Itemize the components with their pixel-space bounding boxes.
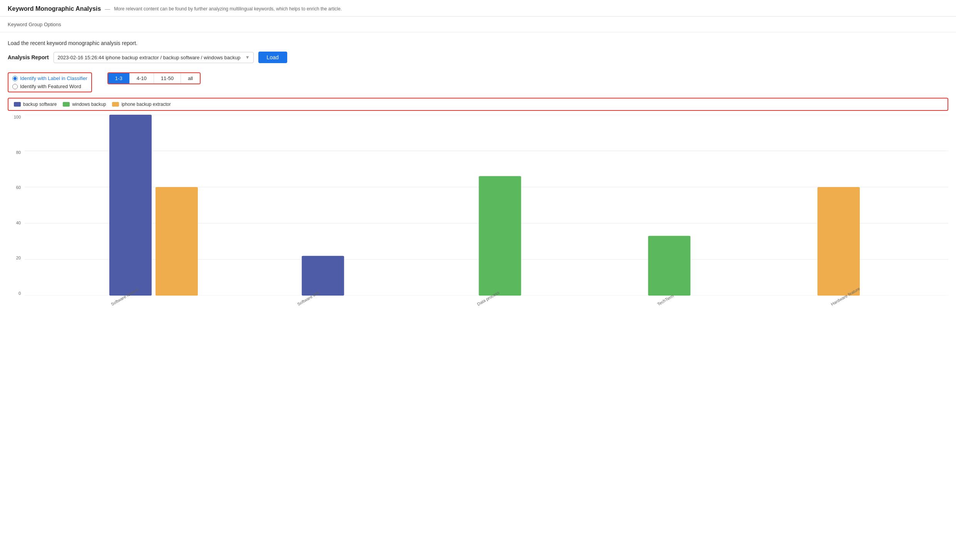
chart-area: 100 80 60 40 20 0 <box>0 115 956 315</box>
controls-area: Identify with Label in Classifier Identi… <box>0 67 956 98</box>
header-description: More relevant content can be found by fu… <box>114 6 342 12</box>
y-label-20: 20 <box>8 256 23 260</box>
bar-software-info-backup <box>302 256 344 296</box>
y-label-40: 40 <box>8 221 23 225</box>
radio-featured[interactable]: Identify with Featured Word <box>12 84 87 89</box>
load-button[interactable]: Load <box>258 52 287 63</box>
legend-swatch-backup-software <box>14 102 21 107</box>
y-label-100: 100 <box>8 115 23 119</box>
legend-item-backup-software: backup software <box>14 102 57 107</box>
bar-software-feature-backup <box>109 115 152 296</box>
legend-item-windows-backup: windows backup <box>63 102 106 107</box>
radio-group: Identify with Label in Classifier Identi… <box>12 75 87 89</box>
legend-item-iphone-extractor: iphone backup extractor <box>112 102 171 107</box>
legend-box: backup software windows backup iphone ba… <box>8 98 948 111</box>
load-title: Load the recent keyword monographic anal… <box>8 40 948 46</box>
tab-4-10[interactable]: 4-10 <box>130 73 154 84</box>
radio-classify-label: Identify with Label in Classifier <box>20 75 87 81</box>
x-labels: Software feature Software info Data proc… <box>25 303 948 307</box>
page-title: Keyword Monographic Analysis <box>8 5 101 12</box>
chart-container: 100 80 60 40 20 0 <box>8 115 948 307</box>
radio-classify[interactable]: Identify with Label in Classifier <box>12 75 87 81</box>
legend-label-windows-backup: windows backup <box>72 102 106 107</box>
legend-swatch-iphone-extractor <box>112 102 119 107</box>
bar-hardware-feature-iphone <box>817 187 860 296</box>
analysis-label: Analysis Report <box>8 54 49 60</box>
tab-1-3[interactable]: 1-3 <box>108 73 130 84</box>
radio-featured-label: Identify with Featured Word <box>20 84 81 89</box>
legend-label-backup-software: backup software <box>23 102 57 107</box>
section-bar: Keyword Group Options <box>0 17 956 32</box>
analysis-row: Analysis Report 2023-02-16 15:26:44 ipho… <box>8 52 948 63</box>
radio-featured-input[interactable] <box>12 84 18 89</box>
chart-svg <box>25 115 948 296</box>
analysis-select-wrap[interactable]: 2023-02-16 15:26:44 iphone backup extrac… <box>54 52 254 63</box>
bar-software-feature-iphone <box>156 187 198 296</box>
section-bar-label: Keyword Group Options <box>8 22 61 27</box>
radio-group-box: Identify with Label in Classifier Identi… <box>8 72 92 92</box>
legend-label-iphone-extractor: iphone backup extractor <box>121 102 171 107</box>
legend-swatch-windows-backup <box>63 102 70 107</box>
load-section: Load the recent keyword monographic anal… <box>0 32 956 67</box>
page-header: Keyword Monographic Analysis — More rele… <box>0 0 956 17</box>
tab-all[interactable]: all <box>181 73 200 84</box>
bar-techterm-windows <box>648 236 690 296</box>
tab-11-50[interactable]: 11-50 <box>154 73 181 84</box>
analysis-select[interactable]: 2023-02-16 15:26:44 iphone backup extrac… <box>54 52 254 63</box>
y-label-80: 80 <box>8 150 23 155</box>
y-label-0: 0 <box>8 291 23 296</box>
y-label-60: 60 <box>8 185 23 190</box>
bar-data-process-windows <box>479 176 521 296</box>
tab-group: 1-3 4-10 11-50 all <box>107 72 201 84</box>
radio-classify-input[interactable] <box>12 76 18 81</box>
header-dash: — <box>105 6 110 12</box>
y-axis: 100 80 60 40 20 0 <box>8 115 23 296</box>
chart-plot <box>25 115 948 296</box>
